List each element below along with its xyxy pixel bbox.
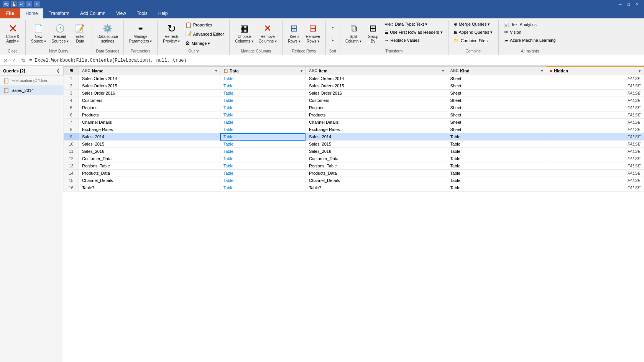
cell-data[interactable]: Table — [220, 155, 306, 162]
cell-kind[interactable]: Sheet — [447, 75, 546, 82]
table-row[interactable]: 10Sales_2015TableSales_2015TableFALSE — [64, 141, 644, 148]
data-filter-icon[interactable]: ▾ — [301, 69, 302, 73]
cell-hidden[interactable]: FALSE — [546, 82, 644, 90]
cell-hidden[interactable]: FALSE — [546, 170, 644, 177]
table-row[interactable]: 2Sales Orders 2015TableSales Orders 2015… — [64, 82, 644, 90]
cell-item[interactable]: Products_Data — [306, 170, 447, 177]
cell-kind[interactable]: Table — [447, 155, 546, 162]
cell-hidden[interactable]: FALSE — [546, 119, 644, 126]
th-data[interactable]: 📋 Data ▾ — [220, 67, 306, 75]
table-row[interactable]: 14Products_DataTableProducts_DataTableFA… — [64, 170, 644, 177]
cell-data[interactable]: Table — [220, 75, 306, 82]
table-row[interactable]: 9Sales_2014TableSales_2014TableFALSE — [64, 133, 644, 141]
cell-data[interactable]: Table — [220, 104, 306, 111]
refresh-preview-button[interactable]: ↻ RefreshPreview ▾ — [161, 21, 182, 45]
cell-hidden[interactable]: FALSE — [546, 111, 644, 119]
cell-item[interactable]: Table7 — [306, 184, 447, 192]
th-kind[interactable]: ABC Kind ▾ — [447, 67, 546, 75]
sort-desc-button[interactable]: ↓ — [329, 34, 337, 44]
cell-item[interactable]: Channel_Details — [306, 177, 447, 184]
cell-item[interactable]: Customers — [306, 97, 447, 104]
cell-name[interactable]: Sales_2014 — [79, 133, 220, 141]
name-filter-icon[interactable]: ▾ — [215, 69, 217, 73]
cell-hidden[interactable]: FALSE — [546, 148, 644, 155]
undo-icon[interactable]: ↩ — [18, 1, 25, 7]
cell-hidden[interactable]: FALSE — [546, 75, 644, 82]
cell-kind[interactable]: Table — [447, 162, 546, 170]
cell-kind[interactable]: Sheet — [447, 104, 546, 111]
kind-filter-icon[interactable]: ▾ — [541, 69, 543, 73]
keep-rows-button[interactable]: ⊞ KeepRows ▾ — [286, 21, 303, 45]
cell-data[interactable]: Table — [220, 90, 306, 97]
cell-hidden[interactable]: FALSE — [546, 162, 644, 170]
cell-kind[interactable]: Table — [447, 133, 546, 141]
table-row[interactable]: 5RegionsTableRegionsSheetFALSE — [64, 104, 644, 111]
cell-name[interactable]: Products — [79, 111, 220, 119]
cell-name[interactable]: Customers — [79, 97, 220, 104]
cell-name[interactable]: Channel_Details — [79, 177, 220, 184]
tab-view[interactable]: View — [111, 8, 131, 18]
cell-hidden[interactable]: FALSE — [546, 141, 644, 148]
cell-data[interactable]: Table — [220, 141, 306, 148]
sort-asc-button[interactable]: ↑ — [329, 24, 337, 33]
save-icon[interactable]: 💾 — [11, 1, 17, 7]
tab-add-column[interactable]: Add Column — [75, 8, 111, 18]
cell-name[interactable]: Products_Data — [79, 170, 220, 177]
cell-name[interactable]: Sales Order 2016 — [79, 90, 220, 97]
cell-item[interactable]: Channel Details — [306, 119, 447, 126]
cell-hidden[interactable]: FALSE — [546, 90, 644, 97]
properties-button[interactable]: 📋 Properties — [183, 21, 227, 29]
cell-kind[interactable]: Table — [447, 148, 546, 155]
cell-name[interactable]: Sales Orders 2014 — [79, 75, 220, 82]
th-item[interactable]: ABC Item ▾ — [306, 67, 447, 75]
remove-columns-button[interactable]: ✕ RemoveColumns ▾ — [256, 21, 279, 45]
table-row[interactable]: 3Sales Order 2016TableSales Order 2016Sh… — [64, 90, 644, 97]
cell-hidden[interactable]: FALSE — [546, 184, 644, 192]
table-row[interactable]: 16Table7TableTable7TableFALSE — [64, 184, 644, 192]
table-row[interactable]: 15Channel_DetailsTableChannel_DetailsTab… — [64, 177, 644, 184]
hidden-filter-icon[interactable]: ▾ — [639, 69, 641, 73]
table-row[interactable]: 11Sales_2016TableSales_2016TableFALSE — [64, 148, 644, 155]
table-row[interactable]: 6ProductsTableProductsSheetFALSE — [64, 111, 644, 119]
replace-values-button[interactable]: ↔ Replace Values — [382, 37, 445, 44]
formula-accept-button[interactable]: ✓ — [10, 57, 18, 64]
sidebar-collapse-button[interactable]: ❮ — [56, 68, 60, 73]
cell-data[interactable]: Table — [220, 97, 306, 104]
cell-name[interactable]: Exchange Rates — [79, 126, 220, 133]
cell-item[interactable]: Products — [306, 111, 447, 119]
cell-name[interactable]: Sales_2015 — [79, 141, 220, 148]
cell-item[interactable]: Sales Orders 2015 — [306, 82, 447, 90]
cell-kind[interactable]: Table — [447, 177, 546, 184]
remove-rows-button[interactable]: ⊟ RemoveRows ▾ — [304, 21, 322, 45]
cell-data[interactable]: Table — [220, 177, 306, 184]
advanced-editor-button[interactable]: 📝 Advanced Editor — [183, 30, 227, 38]
text-analytics-button[interactable]: 📊 Text Analytics — [502, 21, 558, 28]
cell-hidden[interactable]: FALSE — [546, 155, 644, 162]
cell-item[interactable]: Regions_Table — [306, 162, 447, 170]
data-source-settings-button[interactable]: ⚙️ Data sourcesettings — [95, 21, 120, 45]
new-source-button[interactable]: 📄 NewSource ▾ — [29, 21, 48, 45]
cell-data[interactable]: Table — [220, 170, 306, 177]
group-by-button[interactable]: ⊞ GroupBy — [365, 21, 381, 45]
cell-item[interactable]: Customer_Data — [306, 155, 447, 162]
cell-item[interactable]: Sales Order 2016 — [306, 90, 447, 97]
cell-name[interactable]: Table7 — [79, 184, 220, 192]
maximize-button[interactable]: □ — [625, 1, 632, 7]
cell-item[interactable]: Sales Orders 2014 — [306, 75, 447, 82]
cell-name[interactable]: Regions — [79, 104, 220, 111]
manage-button[interactable]: ⚙ Manage ▾ — [183, 39, 227, 48]
cell-data[interactable]: Table — [220, 184, 306, 192]
table-row[interactable]: 8Exchange RatesTableExchange RatesSheetF… — [64, 126, 644, 133]
cell-name[interactable]: Channel Details — [79, 119, 220, 126]
table-row[interactable]: 4CustomersTableCustomersSheetFALSE — [64, 97, 644, 104]
tab-help[interactable]: Help — [153, 8, 173, 18]
cell-kind[interactable]: Sheet — [447, 126, 546, 133]
th-hidden[interactable]: ✕ Hidden ▾ — [546, 67, 644, 75]
cell-data[interactable]: Table — [220, 119, 306, 126]
cell-name[interactable]: Sales Orders 2015 — [79, 82, 220, 90]
split-column-button[interactable]: ⧉ SplitColumn ▾ — [343, 21, 364, 45]
cell-name[interactable]: Regions_Table — [79, 162, 220, 170]
cell-data[interactable]: Table — [220, 82, 306, 90]
cell-data[interactable]: Table — [220, 111, 306, 119]
data-type-button[interactable]: ABC Data Type: Text ▾ — [382, 21, 445, 28]
